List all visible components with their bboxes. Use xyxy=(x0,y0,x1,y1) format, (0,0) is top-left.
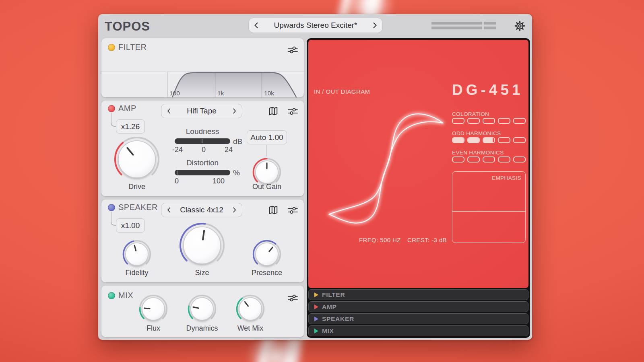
size-knob[interactable] xyxy=(178,221,226,271)
harmonics-pill xyxy=(513,156,526,162)
harmonics-meter-row xyxy=(452,137,526,143)
output-level-meters xyxy=(431,22,496,31)
loudness-unit: dB xyxy=(233,137,242,146)
display-tab-speaker[interactable]: SPEAKER xyxy=(308,313,528,324)
freq-tick-1k: 1k xyxy=(217,90,224,97)
loudness-scale-max: 24 xyxy=(225,146,233,154)
preset-next-icon[interactable] xyxy=(373,22,377,29)
display-tab-mix[interactable]: MIX xyxy=(308,325,528,336)
distortion-scale-min: 0 xyxy=(175,177,179,185)
out-gain-knob-label: Out Gain xyxy=(243,183,291,191)
amp-model-prev-icon[interactable] xyxy=(167,108,171,114)
filter-response-graph[interactable]: 100 1k 10k xyxy=(101,72,304,97)
tab-play-triangle-icon xyxy=(314,292,318,297)
distortion-meter xyxy=(175,170,230,175)
presence-knob-label: Presence xyxy=(243,269,291,277)
amp-led[interactable] xyxy=(108,105,115,112)
amp-multiplier-value[interactable]: x1.26 xyxy=(116,119,145,134)
emphasis-label: EMPHASIS xyxy=(492,175,521,181)
presence-knob[interactable] xyxy=(252,239,282,271)
harmonics-pill xyxy=(498,156,510,162)
harmonics-pill xyxy=(498,118,510,124)
harmonics-pill xyxy=(483,156,495,162)
crest-readout: CREST: -3 dB xyxy=(407,237,447,243)
emphasis-divider xyxy=(452,211,525,212)
dynamics-knob[interactable] xyxy=(187,294,217,326)
amp-model-selector[interactable]: Hifi Tape xyxy=(161,104,242,118)
display-screen: IN / OUT DIAGRAM DG-451 COLORATIONODD H xyxy=(308,40,528,288)
flux-knob-label: Flux xyxy=(129,324,178,333)
mix-settings-sliders-icon[interactable] xyxy=(287,293,298,303)
emphasis-box: EMPHASIS xyxy=(452,171,526,243)
speaker-browse-map-icon[interactable] xyxy=(268,205,279,215)
loudness-title: Loudness xyxy=(175,127,230,136)
speaker-model-selector[interactable]: Classic 4x12 xyxy=(161,203,242,217)
plugin-window: TOPOS Upwards Stereo Exciter* FILTER xyxy=(98,14,532,340)
harmonics-pill xyxy=(513,118,526,124)
mix-led[interactable] xyxy=(108,292,115,299)
distortion-scale-max: 100 xyxy=(213,177,225,185)
amp-settings-sliders-icon[interactable] xyxy=(287,107,298,116)
inout-diagram-label: IN / OUT DIAGRAM xyxy=(314,88,370,95)
speaker-section-label: SPEAKER xyxy=(118,203,158,212)
filter-section-label: FILTER xyxy=(118,43,147,52)
fidelity-knob[interactable] xyxy=(122,239,152,271)
gear-icon[interactable] xyxy=(514,21,525,31)
dynamics-knob-label: Dynamics xyxy=(178,324,226,333)
drive-knob[interactable] xyxy=(113,135,161,185)
harmonics-column: COLORATIONODD HARMONICSEVEN HARMONICS EM… xyxy=(452,111,526,243)
speaker-led[interactable] xyxy=(108,204,115,211)
meter-right-peak xyxy=(484,27,496,29)
auto-gain-value[interactable]: Auto 1.00 xyxy=(247,130,287,144)
filter-section: FILTER 100 1k 10k xyxy=(101,38,304,97)
freq-tick-100: 100 xyxy=(169,90,180,97)
speaker-multiplier-value[interactable]: x1.00 xyxy=(116,218,145,232)
filter-settings-sliders-icon[interactable] xyxy=(287,45,298,55)
speaker-settings-sliders-icon[interactable] xyxy=(287,206,298,215)
wet-mix-knob-label: Wet Mix xyxy=(226,324,275,333)
amp-model-name: Hifi Tape xyxy=(187,107,217,115)
tab-label: SPEAKER xyxy=(322,315,354,323)
tab-label: AMP xyxy=(322,303,337,311)
size-knob-label: Size xyxy=(178,269,226,277)
amp-browse-map-icon[interactable] xyxy=(268,106,279,116)
speaker-model-next-icon[interactable] xyxy=(232,207,237,213)
loudness-scale-mid: 0 xyxy=(202,146,206,154)
drive-knob-label: Drive xyxy=(113,183,161,191)
harmonics-pill xyxy=(483,137,495,143)
harmonics-pill xyxy=(452,156,464,162)
meter-left-bar xyxy=(431,22,482,25)
harmonics-pill xyxy=(467,137,480,143)
preset-prev-icon[interactable] xyxy=(254,22,258,29)
amp-led-connector xyxy=(111,113,116,127)
io-transfer-curve xyxy=(320,99,452,232)
harmonics-pill xyxy=(513,137,526,143)
speaker-model-prev-icon[interactable] xyxy=(167,207,171,213)
display-tab-amp[interactable]: AMP xyxy=(308,301,528,312)
loudness-meter xyxy=(175,138,230,144)
harmonics-meter-row xyxy=(452,118,526,124)
amp-model-next-icon[interactable] xyxy=(232,108,237,114)
light-glow xyxy=(237,338,314,362)
harmonics-pill xyxy=(467,118,480,124)
distortion-title: Distortion xyxy=(175,158,230,167)
meter-right-bar xyxy=(431,27,482,29)
tab-label: FILTER xyxy=(322,291,345,298)
mix-section-label: MIX xyxy=(118,291,133,300)
filter-led[interactable] xyxy=(108,44,115,51)
harmonics-pill xyxy=(483,118,495,124)
wet-mix-knob[interactable] xyxy=(235,294,266,326)
display-tab-filter[interactable]: FILTER xyxy=(308,289,528,300)
harmonics-pill xyxy=(452,118,464,124)
mix-section: MIX Flux Dynamics Wet Mix xyxy=(101,286,304,337)
signal-readout: FREQ: 500 HZ CREST: -3 dB xyxy=(308,237,497,243)
auto-gain-connector xyxy=(266,145,267,156)
preset-selector[interactable]: Upwards Stereo Exciter* xyxy=(248,18,383,33)
flux-knob[interactable] xyxy=(138,294,169,326)
harmonics-pill xyxy=(452,137,464,143)
app-logo: TOPOS xyxy=(105,19,150,34)
display-panel: IN / OUT DIAGRAM DG-451 COLORATIONODD H xyxy=(307,38,530,338)
fidelity-knob-label: Fidelity xyxy=(113,269,161,277)
distortion-unit: % xyxy=(233,169,240,177)
harmonics-meter-label: COLORATION xyxy=(452,111,526,117)
